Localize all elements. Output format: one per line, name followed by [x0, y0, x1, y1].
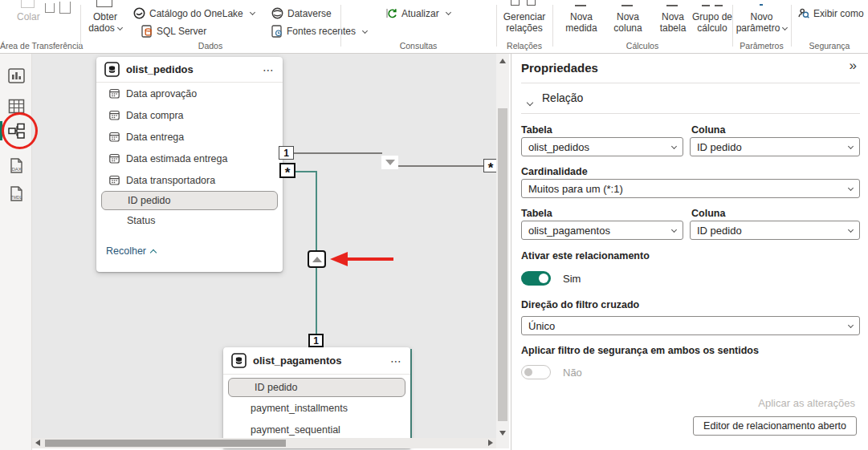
field-row[interactable]: Status [96, 210, 283, 231]
field-row[interactable]: Data compra [96, 104, 283, 126]
refresh-icon [385, 7, 397, 19]
group-caption: Segurança [791, 41, 868, 51]
triangle-up-icon [312, 257, 322, 262]
field-label: payment_installments [251, 403, 348, 414]
table2-label: Tabela [521, 208, 552, 219]
chevron-down-icon [848, 322, 854, 327]
security-filter-toggle[interactable] [521, 365, 551, 379]
cardinality-one-marker-selected[interactable]: 1 [308, 334, 324, 347]
manage-relationships-button[interactable]: Gerenciar relações [496, 11, 552, 34]
manage-relationships-icon [511, 0, 520, 6]
refresh-label: Atualizar [401, 8, 439, 19]
section-chevron[interactable] [524, 95, 532, 110]
new-table-icon [666, 5, 678, 6]
ribbon-group-data: Obter dados Catálogo do OneLake SQL Serv… [80, 0, 340, 53]
column2-dropdown[interactable]: ID pedido [690, 221, 860, 240]
recent-sources-icon [271, 25, 283, 38]
field-label: Data entrega [126, 132, 184, 143]
ribbon-group-relationships: Gerenciar relações Relações [496, 0, 552, 53]
get-data-line1: Obter [85, 11, 125, 22]
field-row[interactable]: Data aprovação [96, 83, 283, 104]
red-arrow-tail [346, 257, 393, 261]
horizontal-scrollbar-thumb[interactable] [45, 440, 286, 447]
format-painter-icon[interactable] [59, 2, 71, 14]
open-relationship-editor-button[interactable]: Editor de relacionamento aberto [693, 416, 857, 436]
column1-dropdown[interactable]: ID pedido [690, 137, 860, 156]
table2-dropdown[interactable]: olist_pagamentos [521, 221, 683, 240]
group-caption: Área de Transferência [0, 41, 80, 51]
annotation-red-arrow [330, 252, 394, 266]
collapse-panel-icon[interactable]: » [850, 58, 857, 74]
new-column-button[interactable]: Nova coluna [605, 11, 650, 34]
label-line1: Nova [559, 11, 604, 22]
collapse-link[interactable]: Recolher [106, 245, 283, 257]
view-as-button[interactable]: Exibir como [797, 7, 864, 19]
calculation-group-button[interactable]: Grupo de cálculo [689, 11, 736, 34]
table-card-header[interactable]: olist_pagamentos ⋯ [223, 347, 410, 375]
cut-icon[interactable] [45, 3, 55, 13]
group-caption: Dados [80, 41, 340, 51]
new-parameter-button[interactable]: Novo parâmetro [732, 11, 791, 34]
collapse-label: Recolher [106, 245, 146, 257]
horizontal-scrollbar[interactable] [32, 438, 496, 448]
onelake-catalog-button[interactable]: Catálogo do OneLake [133, 7, 255, 19]
column2-label: Coluna [691, 208, 725, 219]
new-column-icon [621, 5, 633, 6]
report-view-button[interactable] [8, 67, 25, 84]
label-line2: parâmetro [732, 22, 791, 34]
model-canvas[interactable]: olist_pedidos ⋯ Data aprovação Data comp… [32, 54, 496, 448]
section-header-relation[interactable]: Relação [542, 91, 583, 104]
dax-query-view-button[interactable]: DAX [8, 157, 25, 174]
chevron-down-icon [782, 25, 788, 30]
field-row[interactable]: Data entrega [96, 126, 283, 148]
cardinality-many-marker-selected[interactable]: * [279, 163, 295, 178]
field-row[interactable]: Data estimada entrega [96, 148, 283, 169]
table-icon [231, 353, 247, 368]
date-field-icon [109, 132, 120, 142]
table1-dropdown[interactable]: olist_pedidos [521, 137, 683, 156]
cardinality-one-marker[interactable]: 1 [279, 146, 294, 160]
filter-direction-up-marker[interactable] [308, 250, 326, 268]
field-row-selected[interactable]: ID pedido [228, 378, 405, 397]
table-card-olist-pagamentos[interactable]: olist_pagamentos ⋯ ID pedido payment_ins… [223, 347, 410, 448]
dataverse-button[interactable]: Dataverse [271, 7, 332, 19]
make-active-toggle[interactable] [521, 271, 551, 286]
field-row[interactable]: payment_sequential [223, 419, 410, 440]
filter-direction-marker[interactable] [381, 156, 398, 169]
scroll-left-arrow[interactable] [35, 440, 40, 446]
label-line2: coluna [605, 22, 650, 34]
get-data-button[interactable]: Obter dados [85, 11, 125, 34]
date-field-icon [109, 88, 120, 99]
apply-changes-button[interactable]: Aplicar as alterações [758, 397, 855, 409]
table-menu-icon[interactable]: ⋯ [263, 63, 275, 76]
divider [521, 113, 860, 114]
sql-server-button[interactable]: SQL Server [141, 25, 206, 38]
table-card-olist-pedidos[interactable]: olist_pedidos ⋯ Data aprovação Data comp… [96, 57, 283, 272]
tmdl-view-icon: TMDL [8, 185, 26, 203]
relationship-line [398, 165, 485, 167]
paste-button[interactable]: Colar [17, 11, 40, 22]
field-row-selected[interactable]: ID pedido [101, 191, 278, 210]
table-name: olist_pagamentos [253, 355, 390, 367]
vertical-scrollbar[interactable] [496, 54, 509, 448]
view-as-icon [797, 7, 809, 19]
vertical-scrollbar-thumb[interactable] [498, 108, 507, 421]
cross-filter-dropdown[interactable]: Único [521, 316, 860, 335]
scroll-right-arrow[interactable] [488, 440, 493, 446]
properties-panel: Propriedades » Relação Tabela Coluna oli… [511, 54, 868, 450]
table-menu-icon[interactable]: ⋯ [390, 355, 402, 367]
refresh-button[interactable]: Atualizar [385, 7, 450, 19]
new-parameter-icon [760, 4, 763, 6]
new-measure-button[interactable]: Nova medida [559, 11, 604, 34]
table-card-header[interactable]: olist_pedidos ⋯ [96, 57, 283, 83]
cardinality-dropdown[interactable]: Muitos para um (*:1) [521, 179, 860, 198]
toggle-knob [539, 274, 548, 283]
scroll-up-arrow[interactable] [499, 59, 506, 63]
scroll-down-arrow[interactable] [499, 431, 506, 436]
manage-relationships-icon [527, 0, 536, 6]
field-row[interactable]: payment_installments [223, 397, 410, 419]
make-active-value: Sim [563, 273, 581, 285]
tmdl-view-button[interactable]: TMDL [8, 185, 25, 202]
new-measure-icon [575, 5, 586, 6]
field-row[interactable]: Data transportadora [96, 169, 283, 191]
